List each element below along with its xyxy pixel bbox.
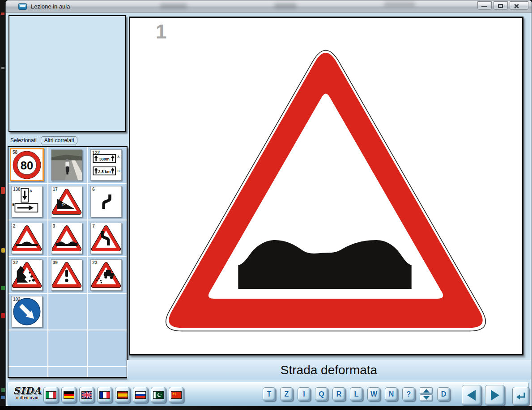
key-Z[interactable]: Z [280, 387, 293, 401]
sign-thumb-17[interactable]: 17 10 % [48, 184, 87, 220]
svg-text:80: 80 [21, 159, 33, 172]
sign-id: 122 [92, 150, 100, 155]
back-arrow-icon [466, 389, 477, 402]
flag-uk-button[interactable] [79, 387, 94, 403]
flag-spain-button[interactable] [115, 387, 130, 403]
sign-thumb-130[interactable]: 130 A B [9, 184, 47, 220]
empty-cell [88, 367, 127, 378]
key-D[interactable]: D [437, 387, 450, 401]
app-icon [18, 3, 27, 10]
arrow-down-icon [423, 396, 430, 400]
svg-text:2,8 km: 2,8 km [98, 169, 111, 174]
sign-id: 17 [53, 187, 58, 192]
svg-text:B: B [118, 169, 120, 173]
key-L[interactable]: L [350, 387, 363, 401]
empty-cell [9, 367, 47, 378]
maximize-icon [498, 4, 503, 8]
forward-arrow-icon [489, 389, 501, 402]
sign-id: 6 [92, 187, 95, 192]
svg-text:A: A [118, 155, 120, 158]
key-T[interactable]: T [263, 387, 276, 401]
italy-flag-icon [46, 391, 56, 399]
sign-thumb-58[interactable]: 58 80 [9, 147, 47, 183]
road-photo [51, 150, 82, 180]
double-bend-right-sign [91, 186, 121, 217]
uneven-road-sign [51, 223, 82, 254]
svg-text:380m: 380m [99, 157, 110, 161]
flag-china-button[interactable] [169, 387, 184, 403]
empty-cell [88, 294, 127, 330]
spin-up-button[interactable] [420, 387, 433, 394]
command-keys: T Z I Q R L W N ? D [263, 387, 450, 401]
spinner [420, 387, 433, 401]
flag-italy-button[interactable] [43, 387, 59, 403]
minimize-button[interactable] [477, 1, 492, 10]
bump-sign [12, 223, 42, 254]
maximize-button[interactable] [494, 1, 508, 10]
sign-id: 3 [53, 224, 55, 228]
sign-id: 58 [13, 150, 17, 155]
sign-id: 23 [92, 260, 97, 265]
uk-flag-icon [81, 391, 92, 399]
spin-down-button[interactable] [420, 394, 433, 401]
sign-thumb-photo[interactable] [48, 147, 87, 183]
sign-caption: Strada deformata [281, 363, 377, 377]
flag-pakistan-button[interactable] [151, 387, 166, 403]
flag-france-button[interactable] [97, 387, 112, 403]
svg-text:A: A [30, 189, 32, 192]
china-flag-icon [171, 391, 182, 399]
tab-altri-correlati[interactable]: Altri correlati [41, 136, 78, 144]
key-W[interactable]: W [367, 387, 380, 401]
navigation [462, 385, 505, 406]
sign-tabs: Selezionati Altri correlati [10, 135, 77, 145]
sign-id: 7 [92, 224, 95, 228]
bottom-toolbar: SIDA millennium [8, 382, 529, 406]
france-flag-icon [99, 391, 110, 399]
slide-panel: 1 [129, 17, 523, 355]
key-R[interactable]: R [332, 387, 345, 401]
key-N[interactable]: N [385, 387, 398, 401]
arrow-up-icon [423, 389, 430, 393]
app-window: Lezione in aula Selezionati Altri correl… [5, 0, 532, 407]
empty-cell [88, 330, 127, 366]
caption-bar: Strada deformata [127, 360, 531, 380]
sign-thumb-122[interactable]: 122 380m A 2,8 km B [88, 147, 127, 183]
title-bar[interactable]: Lezione in aula [6, 0, 532, 13]
germany-flag-icon [64, 391, 74, 399]
key-help[interactable]: ? [402, 387, 415, 401]
sign-thumb-32[interactable]: 32 [9, 257, 47, 293]
svg-text:B: B [13, 203, 15, 206]
preview-panel [9, 15, 126, 132]
uneven-road-warning-sign [130, 18, 522, 354]
empty-cell [48, 367, 87, 378]
sign-thumb-39[interactable]: 39 [48, 257, 87, 293]
flag-russia-button[interactable] [133, 387, 148, 403]
sign-id: 32 [13, 260, 18, 265]
sign-thumb-23[interactable]: 23 [88, 257, 127, 293]
minimize-icon [481, 6, 487, 7]
sign-id: 130 [13, 187, 21, 192]
spain-flag-icon [117, 391, 128, 399]
back-button[interactable] [462, 385, 481, 406]
sign-grid-panel: 58 80 [8, 146, 128, 378]
sign-id: 39 [53, 260, 58, 265]
empty-cell [9, 330, 47, 366]
empty-cell [48, 294, 87, 330]
key-Q[interactable]: Q [315, 387, 328, 401]
flag-germany-button[interactable] [61, 387, 77, 403]
russia-flag-icon [135, 391, 146, 399]
empty-cell [48, 330, 87, 366]
key-I[interactable]: I [298, 387, 311, 401]
enter-arrow-icon [515, 391, 526, 401]
enter-button[interactable] [512, 387, 529, 406]
sign-thumb-3[interactable]: 3 [48, 220, 87, 256]
close-button[interactable] [510, 1, 528, 10]
forward-button[interactable] [485, 385, 505, 406]
sign-thumb-2[interactable]: 2 [9, 220, 47, 256]
sign-thumb-6[interactable]: 6 [88, 184, 127, 220]
tab-selezionati[interactable]: Selezionati [10, 137, 37, 144]
sign-thumb-102[interactable]: 102 [9, 294, 47, 330]
window-title: Lezione in aula [31, 3, 70, 10]
sign-thumb-7[interactable]: 7 [88, 220, 127, 256]
sign-id: 102 [13, 297, 21, 302]
